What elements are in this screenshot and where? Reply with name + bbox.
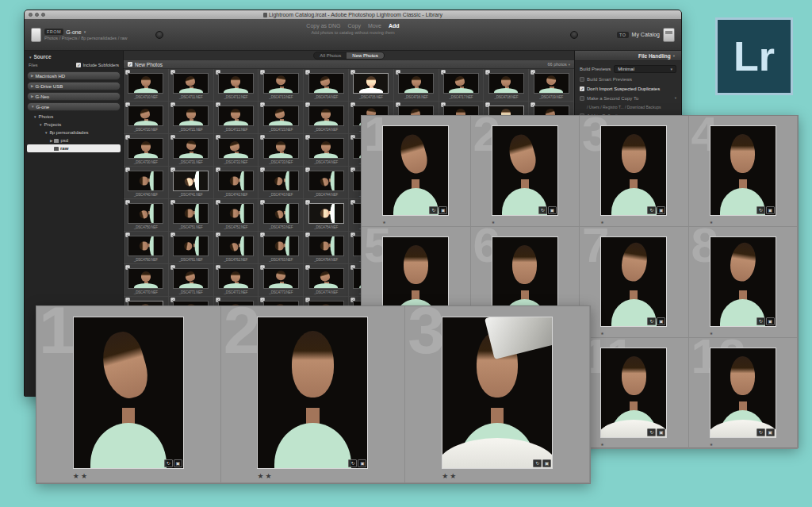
- adjustment-badge-icon[interactable]: [429, 206, 438, 214]
- photo-thumbnail[interactable]: [218, 236, 254, 256]
- adjustment-badge-icon[interactable]: [164, 459, 173, 467]
- photo-preview[interactable]: [600, 348, 667, 438]
- photo-preview[interactable]: [710, 348, 776, 438]
- source-name[interactable]: G-one: [66, 29, 81, 35]
- zoom-cell-12[interactable]: 12★: [689, 338, 799, 449]
- grid-thumbnail-cell[interactable]: _DSC4771.NEF: [169, 264, 214, 297]
- crop-badge-icon[interactable]: [358, 459, 366, 467]
- adjustment-badge-icon[interactable]: [756, 428, 765, 436]
- zoom-cell-1[interactable]: 1★★: [36, 306, 221, 483]
- photo-thumbnail[interactable]: [173, 268, 209, 289]
- grid-thumbnail-cell[interactable]: _DSC4762.NEF: [214, 232, 259, 264]
- photo-thumbnail[interactable]: [488, 73, 524, 94]
- destination-name[interactable]: My Catalog: [632, 32, 660, 37]
- grid-thumbnail-cell[interactable]: _DSC4743.NEF: [259, 167, 304, 199]
- build-previews-select[interactable]: Minimal ▾: [614, 65, 676, 73]
- grid-thumbnail-cell[interactable]: _DSC4763.NEF: [259, 232, 304, 264]
- crop-badge-icon[interactable]: [439, 206, 447, 214]
- zoom-cell-2[interactable]: 2★: [471, 116, 580, 227]
- window-titlebar[interactable]: Lightroom Catalog.lrcat - Adobe Photosho…: [25, 10, 681, 19]
- photo-thumbnail[interactable]: [128, 106, 163, 126]
- zoom-cell-2[interactable]: 2★★: [221, 306, 406, 483]
- star-rating[interactable]: ★★: [73, 472, 89, 480]
- triangle-collapsed-icon[interactable]: ▶: [50, 139, 52, 143]
- photo-preview[interactable]: [257, 317, 368, 469]
- photo-thumbnail[interactable]: [398, 73, 434, 94]
- grid-thumbnail-cell[interactable]: _DSC4722.NEF: [214, 102, 259, 134]
- grid-thumbnail-cell[interactable]: _DSC4720.NEF: [124, 102, 169, 134]
- photo-thumbnail[interactable]: [534, 73, 569, 94]
- star-rating[interactable]: ★: [600, 442, 603, 447]
- photo-thumbnail[interactable]: [128, 236, 163, 256]
- adjustment-badge-icon[interactable]: [647, 428, 656, 436]
- photo-thumbnail[interactable]: [443, 73, 479, 94]
- photo-thumbnail[interactable]: [173, 236, 209, 256]
- grid-thumbnail-cell[interactable]: _DSC4717.NEF: [439, 69, 485, 102]
- triangle-expanded-icon[interactable]: ▼: [39, 123, 42, 127]
- adjustment-badge-icon[interactable]: [647, 317, 656, 325]
- grid-thumbnail-cell[interactable]: _DSC4744.NEF: [304, 167, 349, 199]
- chevron-down-icon[interactable]: ▾: [675, 96, 676, 100]
- photo-thumbnail[interactable]: [263, 203, 299, 224]
- grid-thumbnail-cell[interactable]: _DSC4714.NEF: [304, 69, 349, 102]
- photo-thumbnail[interactable]: [218, 73, 254, 94]
- adjustment-badge-icon[interactable]: [538, 206, 547, 214]
- photo-preview[interactable]: [600, 236, 667, 327]
- photo-thumbnail[interactable]: [218, 106, 254, 126]
- grid-thumbnail-cell[interactable]: _DSC4723.NEF: [259, 102, 304, 134]
- triangle-expanded-icon[interactable]: ▼: [33, 115, 36, 119]
- photo-thumbnail[interactable]: [308, 268, 344, 289]
- photo-thumbnail[interactable]: [173, 171, 209, 191]
- photo-preview[interactable]: [710, 125, 776, 216]
- photo-thumbnail[interactable]: [173, 203, 209, 224]
- file-handling-header[interactable]: File Handling ▾: [575, 51, 681, 61]
- volume-g-one[interactable]: ▼G-one: [27, 102, 121, 111]
- grid-thumbnail-cell[interactable]: _DSC4764.NEF: [304, 232, 349, 264]
- option-make-a-second-copy-to[interactable]: Make a Second Copy To▾: [580, 96, 676, 102]
- grid-thumbnail-cell[interactable]: _DSC4732.NEF: [214, 134, 259, 167]
- grid-thumbnail-cell[interactable]: _DSC4742.NEF: [214, 167, 259, 199]
- import-source-group[interactable]: FROM G-one ▾ Photos / Projects / 8p pers…: [31, 28, 128, 42]
- grid-thumbnail-cell[interactable]: _DSC4731.NEF: [169, 134, 214, 167]
- grid-thumbnail-cell[interactable]: _DSC4750.NEF: [124, 199, 169, 232]
- grid-thumbnail-cell[interactable]: _DSC4734.NEF: [304, 134, 349, 167]
- grid-thumbnail-cell[interactable]: _DSC4772.NEF: [214, 264, 259, 297]
- photo-thumbnail[interactable]: [128, 138, 163, 159]
- photo-thumbnail[interactable]: [128, 203, 163, 224]
- adjustment-badge-icon[interactable]: [533, 459, 542, 467]
- photo-thumbnail[interactable]: [308, 171, 344, 191]
- photo-thumbnail[interactable]: [308, 73, 344, 94]
- photo-thumbnail[interactable]: [218, 268, 254, 289]
- photo-thumbnail[interactable]: [263, 73, 299, 94]
- triangle-expanded-icon[interactable]: ▼: [31, 105, 34, 109]
- zoom-cell-3[interactable]: 3★: [580, 116, 689, 227]
- method-add[interactable]: Add: [389, 23, 400, 29]
- option-don-t-import-suspected-duplicates[interactable]: Don't Import Suspected Duplicates: [580, 86, 676, 92]
- volume-g-neo[interactable]: ▶G-Neo: [27, 92, 121, 101]
- grid-thumbnail-cell[interactable]: _DSC4712.NEF: [214, 69, 259, 102]
- photo-thumbnail[interactable]: [173, 106, 209, 126]
- photo-thumbnail[interactable]: [263, 236, 299, 256]
- crop-badge-icon[interactable]: [657, 428, 665, 436]
- star-rating[interactable]: ★: [382, 220, 385, 225]
- volume-macintosh-hd[interactable]: ▶Macintosh HD: [27, 71, 121, 80]
- zoom-cell-3[interactable]: 3★★: [405, 306, 590, 483]
- star-rating[interactable]: ★: [492, 220, 495, 225]
- chevron-down-icon[interactable]: ▾: [569, 63, 570, 67]
- option-build-smart-previews[interactable]: Build Smart Previews: [580, 77, 676, 83]
- grid-thumbnail-cell[interactable]: _DSC4710.NEF: [124, 69, 169, 102]
- option-checkbox[interactable]: [580, 86, 584, 91]
- option-checkbox[interactable]: [580, 77, 584, 82]
- grid-thumbnail-cell[interactable]: _DSC4740.NEF: [124, 167, 169, 199]
- include-subfolders-checkbox[interactable]: [76, 63, 81, 67]
- grid-thumbnail-cell[interactable]: _DSC4721.NEF: [169, 102, 214, 134]
- star-rating[interactable]: ★: [600, 220, 603, 225]
- grid-thumbnail-cell[interactable]: _DSC4730.NEF: [124, 134, 169, 167]
- grid-thumbnail-cell[interactable]: _DSC4724.NEF: [304, 102, 349, 134]
- grid-thumbnail-cell[interactable]: _DSC4761.NEF: [169, 232, 214, 264]
- zoom-cell-4[interactable]: 4★: [689, 116, 799, 227]
- source-panel-header[interactable]: ▼Source: [25, 52, 123, 61]
- crop-badge-icon[interactable]: [766, 428, 775, 436]
- grid-thumbnail-cell[interactable]: _DSC4770.NEF: [124, 264, 169, 297]
- photo-preview[interactable]: [492, 125, 558, 216]
